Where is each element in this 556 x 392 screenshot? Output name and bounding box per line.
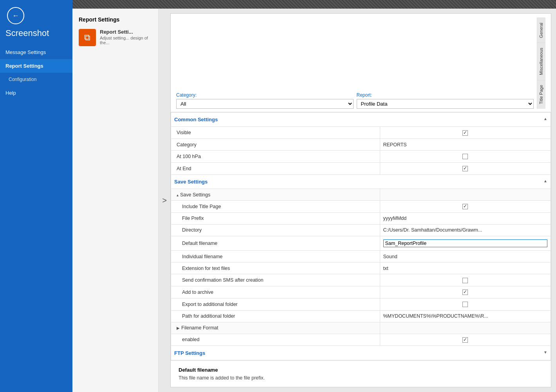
table-row: File Prefix yyyyMMdd bbox=[171, 212, 551, 224]
report-select[interactable]: Profile Data bbox=[357, 99, 534, 109]
desc-text: This file name is added to the file pref… bbox=[179, 375, 543, 381]
group-save-value bbox=[380, 189, 551, 201]
sidebar-item-help[interactable]: Help bbox=[0, 86, 72, 100]
back-button[interactable]: ← bbox=[7, 7, 24, 24]
section-ftp-settings[interactable]: FTP Settings ▼ bbox=[171, 346, 551, 360]
row-default-filename-value[interactable] bbox=[380, 236, 551, 251]
category-value-text: REPORTS bbox=[383, 142, 407, 147]
tab-title-page[interactable]: Title Page bbox=[537, 80, 545, 109]
collapse-save-icon: ▲ bbox=[543, 179, 547, 183]
group-save-header: ▴Save Settings bbox=[171, 189, 380, 201]
row-sms-value bbox=[380, 274, 551, 286]
include-title-checkbox[interactable] bbox=[462, 204, 468, 209]
row-archive-label: Add to archive bbox=[171, 286, 380, 298]
settings-description: Default filename This file name is added… bbox=[171, 360, 551, 387]
table-row: Directory C:/Users/Dr. Samhattan/Documen… bbox=[171, 224, 551, 236]
export-checkbox[interactable] bbox=[462, 302, 468, 307]
table-row: ▶Filename Format bbox=[171, 322, 551, 334]
category-select[interactable]: All bbox=[176, 99, 354, 109]
arrow-icon: > bbox=[162, 196, 167, 205]
table-row: Extension for text files txt bbox=[171, 263, 551, 274]
row-export-value bbox=[380, 298, 551, 310]
cat-report-row: Category: All Report: Profile Data Gener… bbox=[171, 14, 551, 112]
table-row: Visible bbox=[171, 127, 551, 139]
collapse-icon: ▲ bbox=[543, 117, 547, 121]
top-strip bbox=[72, 0, 556, 9]
report-group: Report: Profile Data bbox=[357, 92, 534, 109]
report-icon-glyph: ⧉ bbox=[84, 32, 90, 43]
sidebar-nav: Message Settings Report Settings Configu… bbox=[0, 45, 72, 100]
section-save-settings[interactable]: Save Settings ▲ bbox=[171, 174, 551, 189]
row-category-label: Category bbox=[171, 139, 380, 151]
extension-text: txt bbox=[383, 266, 388, 271]
table-row: At End bbox=[171, 162, 551, 174]
app-title: Screenshot bbox=[0, 28, 72, 45]
row-enabled-label: enabled bbox=[171, 334, 380, 346]
individual-filename-text: Sound bbox=[383, 254, 397, 259]
section-common-settings[interactable]: Common Settings ▲ bbox=[171, 112, 551, 126]
table-row: Send confirmation SMS after creation bbox=[171, 274, 551, 286]
visible-checkbox[interactable] bbox=[462, 130, 468, 136]
row-path-label: Path for additional folder bbox=[171, 310, 380, 322]
archive-checkbox[interactable] bbox=[462, 290, 468, 295]
section-ftp-label: FTP Settings bbox=[174, 350, 205, 356]
settings-editor: Category: All Report: Profile Data Gener… bbox=[170, 13, 551, 387]
at100hpa-checkbox[interactable] bbox=[462, 154, 468, 159]
atend-checkbox[interactable] bbox=[462, 166, 468, 171]
category-label: Category: bbox=[176, 92, 354, 98]
row-extension-value: txt bbox=[380, 263, 551, 274]
table-row: ▴Save Settings bbox=[171, 189, 551, 201]
row-at100hpa-label: At 100 hPa bbox=[171, 151, 380, 163]
table-row: Add to archive bbox=[171, 286, 551, 298]
section-save-label: Save Settings bbox=[174, 179, 208, 185]
tab-miscellaneous[interactable]: Miscellaneous bbox=[537, 43, 545, 80]
row-file-prefix-value: yyyyMMdd bbox=[380, 212, 551, 224]
row-directory-value: C:/Users/Dr. Samhattan/Documents/Grawm..… bbox=[380, 224, 551, 236]
row-include-title-value bbox=[380, 201, 551, 213]
row-include-title-label: Include Title Page bbox=[171, 201, 380, 213]
expand-icon: ▴ bbox=[177, 193, 179, 197]
report-panel-item: ⧉ Report Setti... Adjust setting... desi… bbox=[79, 29, 152, 46]
row-visible-label: Visible bbox=[171, 127, 380, 139]
row-directory-label: Directory bbox=[171, 224, 380, 236]
directory-text: C:/Users/Dr. Samhattan/Documents/Grawm..… bbox=[383, 227, 482, 233]
file-prefix-text: yyyyMMdd bbox=[383, 216, 407, 221]
row-category-value: REPORTS bbox=[380, 139, 551, 151]
table-row: enabled bbox=[171, 334, 551, 346]
table-row: At 100 hPa bbox=[171, 151, 551, 163]
path-text: %MYDOCUMENTS%\%PRODUCTNAME%\R... bbox=[383, 313, 488, 319]
desc-title: Default filename bbox=[179, 367, 543, 373]
row-default-filename-label: Default filename bbox=[171, 236, 380, 251]
enabled-checkbox[interactable] bbox=[462, 337, 468, 343]
table-row: Include Title Page bbox=[171, 201, 551, 213]
table-row: Default filename bbox=[171, 236, 551, 251]
row-individual-filename-value: Sound bbox=[380, 251, 551, 263]
settings-table-container: Common Settings ▲ Visible Category bbox=[171, 112, 551, 360]
row-atend-label: At End bbox=[171, 162, 380, 174]
table-row: Individual filename Sound bbox=[171, 251, 551, 263]
report-label: Report: bbox=[357, 92, 534, 98]
sms-checkbox[interactable] bbox=[462, 278, 468, 283]
row-sms-label: Send confirmation SMS after creation bbox=[171, 274, 380, 286]
table-row: Export to additional folder bbox=[171, 298, 551, 310]
section-common-label: Common Settings bbox=[174, 117, 218, 122]
tab-general[interactable]: General bbox=[537, 18, 545, 43]
default-filename-input[interactable] bbox=[383, 239, 548, 247]
sidebar-item-configuration[interactable]: Configuration bbox=[0, 73, 72, 86]
table-row: Category REPORTS bbox=[171, 139, 551, 151]
sidebar-item-message-settings[interactable]: Message Settings bbox=[0, 45, 72, 59]
back-icon: ← bbox=[12, 12, 19, 20]
arrow-nav[interactable]: > bbox=[159, 9, 170, 392]
row-extension-label: Extension for text files bbox=[171, 263, 380, 274]
report-panel: Report Settings ⧉ Report Setti... Adjust… bbox=[72, 9, 159, 392]
report-panel-title: Report Settings bbox=[79, 16, 152, 23]
row-at100hpa-value bbox=[380, 151, 551, 163]
row-file-prefix-label: File Prefix bbox=[171, 212, 380, 224]
table-row: Path for additional folder %MYDOCUMENTS%… bbox=[171, 310, 551, 322]
row-archive-value bbox=[380, 286, 551, 298]
report-item-desc: Adjust setting... design of the... bbox=[100, 36, 152, 45]
group-filename-format-value bbox=[380, 322, 551, 334]
report-panel-text: Report Setti... Adjust setting... design… bbox=[100, 29, 152, 45]
content-area: Report Settings ⧉ Report Setti... Adjust… bbox=[72, 9, 556, 392]
sidebar-item-report-settings[interactable]: Report Settings bbox=[0, 59, 72, 73]
